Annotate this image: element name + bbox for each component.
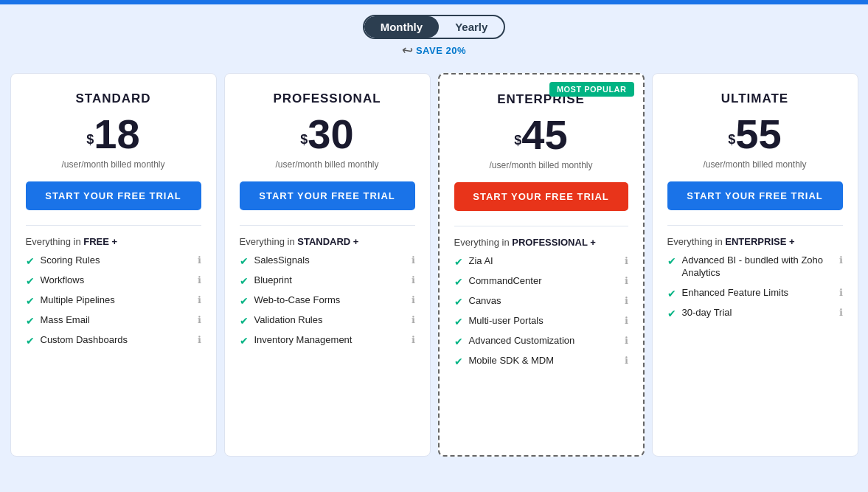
info-icon[interactable]: ℹ [625,355,628,366]
divider-enterprise [454,226,628,226]
feature-text: Multiple Pipelines [41,294,115,307]
info-icon[interactable]: ℹ [412,334,415,345]
billing-standard: /user/month billed monthly [26,159,201,170]
feature-text: 30-day Trial [682,307,732,319]
feature-left: ✔ Blueprint [240,274,292,287]
plan-card-standard: STANDARD $ 18 /user/month billed monthly… [10,73,217,457]
plan-price-row-professional: $ 30 [240,114,415,155]
feature-text: Multi-user Portals [469,315,544,328]
check-icon: ✔ [240,255,249,267]
yearly-toggle[interactable]: Yearly [439,16,504,38]
check-icon: ✔ [240,275,249,287]
plan-name-ultimate: ULTIMATE [667,91,843,106]
info-icon[interactable]: ℹ [625,255,628,266]
check-icon: ✔ [26,255,35,267]
feature-text: Workflows [41,274,85,287]
feature-text: Custom Dashboards [41,334,128,347]
check-icon: ✔ [454,336,463,347]
trial-btn-standard[interactable]: START YoUR FREE TRIAL [26,181,201,210]
includes-ultimate: Everything in ENTERPRISE + [667,236,843,247]
plan-name-professional: PROFESSIONAL [240,91,415,106]
trial-btn-professional[interactable]: START YoUR FREE TRIAL [240,181,415,210]
info-icon[interactable]: ℹ [198,314,201,325]
feature-item: ✔ Custom Dashboards ℹ [26,334,201,347]
feature-left: ✔ Custom Dashboards [26,334,128,347]
check-icon: ✔ [26,335,35,347]
info-icon[interactable]: ℹ [198,274,201,285]
feature-text: Mobile SDK & MDM [469,355,555,367]
includes-standard: Everything in FREE + [26,236,201,247]
info-icon[interactable]: ℹ [198,294,201,305]
currency-ultimate: $ [728,132,735,148]
price-enterprise: 45 [521,114,567,156]
plan-price-row-ultimate: $ 55 [667,114,843,155]
currency-enterprise: $ [514,133,521,148]
info-icon[interactable]: ℹ [412,294,415,305]
info-icon[interactable]: ℹ [412,314,415,325]
feature-item: ✔ Canvas ℹ [454,295,628,308]
feature-item: ✔ Zia AI ℹ [454,255,628,268]
feature-left: ✔ Canvas [454,295,501,308]
price-standard: 18 [94,114,139,155]
info-icon[interactable]: ℹ [198,254,201,266]
check-icon: ✔ [454,296,463,308]
feature-left: ✔ Validation Rules [240,314,323,327]
check-icon: ✔ [26,275,35,287]
toggle-pill: Monthly Yearly [363,15,506,39]
feature-left: ✔ Multi-user Portals [454,315,544,328]
feature-text: Enhanced Feature Limits [682,287,789,299]
check-icon: ✔ [454,356,463,367]
check-icon: ✔ [26,315,35,327]
most-popular-badge: MOST POPULAR [549,82,634,97]
feature-item: ✔ Blueprint ℹ [240,274,415,287]
feature-item: ✔ 30-day Trial ℹ [667,307,843,319]
plan-card-ultimate: ULTIMATE $ 55 /user/month billed monthly… [652,73,858,457]
feature-text: Advanced BI - bundled with Zoho Analytic… [682,254,839,280]
billing-ultimate: /user/month billed monthly [667,159,843,170]
billing-toggle[interactable]: Monthly Yearly [363,15,506,39]
feature-list-standard: ✔ Scoring Rules ℹ ✔ Workflows ℹ ✔ Multip… [26,254,201,347]
info-icon[interactable]: ℹ [412,274,415,285]
trial-btn-ultimate[interactable]: START YoUR FREE TRIAL [667,181,843,210]
feature-left: ✔ Workflows [26,274,85,287]
monthly-toggle[interactable]: Monthly [364,16,440,38]
info-icon[interactable]: ℹ [625,295,628,306]
plan-name-standard: STANDARD [26,91,201,106]
feature-item: ✔ Advanced BI - bundled with Zoho Analyt… [667,254,843,280]
check-icon: ✔ [26,295,35,307]
currency-standard: $ [86,132,94,148]
feature-left: ✔ Enhanced Feature Limits [667,287,789,299]
info-icon[interactable]: ℹ [625,335,628,346]
feature-item: ✔ CommandCenter ℹ [454,275,628,288]
info-icon[interactable]: ℹ [839,254,843,266]
info-icon[interactable]: ℹ [625,275,628,286]
billing-professional: /user/month billed monthly [240,159,415,170]
feature-left: ✔ Advanced BI - bundled with Zoho Analyt… [667,254,839,280]
toggle-section: Monthly Yearly ↩ SAVE 20% [0,4,868,66]
info-icon[interactable]: ℹ [198,334,201,345]
plan-card-enterprise: MOST POPULARENTERPRISE $ 45 /user/month … [438,73,645,457]
info-icon[interactable]: ℹ [839,287,843,298]
divider-ultimate [667,225,843,226]
feature-item: ✔ Web-to-Case Forms ℹ [240,294,415,307]
feature-text: Validation Rules [254,314,323,327]
check-icon: ✔ [240,295,249,307]
check-icon: ✔ [454,256,463,268]
feature-item: ✔ SalesSignals ℹ [240,254,415,267]
feature-left: ✔ Web-to-Case Forms [240,294,341,307]
feature-left: ✔ SalesSignals [240,254,310,267]
divider-professional [240,225,415,226]
feature-text: Mass Email [41,314,90,327]
feature-text: Advanced Customization [469,335,575,347]
save-arrow-icon: ↩ [400,41,414,59]
feature-text: Scoring Rules [41,254,100,267]
trial-btn-enterprise[interactable]: START YOUR FREE TRIAL [454,182,628,211]
info-icon[interactable]: ℹ [839,307,843,318]
plan-card-professional: PROFESSIONAL $ 30 /user/month billed mon… [224,73,431,457]
info-icon[interactable]: ℹ [625,315,628,326]
feature-left: ✔ Mobile SDK & MDM [454,355,555,367]
info-icon[interactable]: ℹ [412,254,415,266]
feature-text: Inventory Management [254,334,353,347]
feature-item: ✔ Inventory Management ℹ [240,334,415,347]
feature-left: ✔ Inventory Management [240,334,353,347]
